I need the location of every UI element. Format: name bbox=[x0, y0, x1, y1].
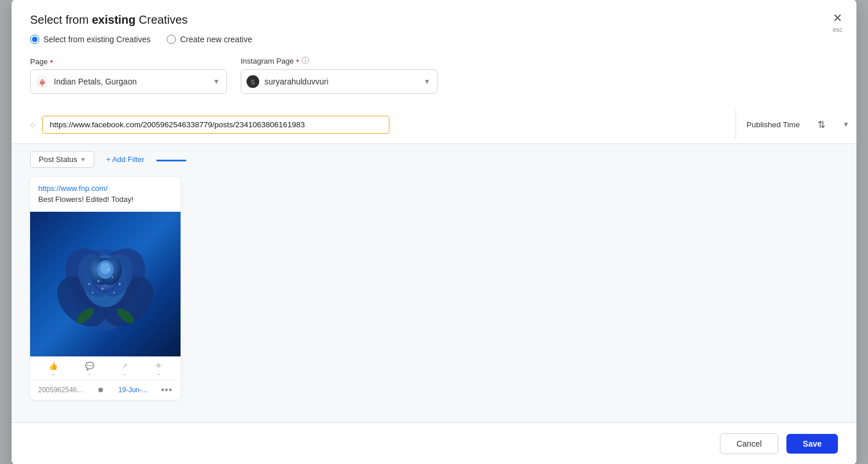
creative-card[interactable]: https://www.fnp.com/ Best Flowers! Edite… bbox=[30, 177, 181, 400]
stat-views: 👁 - bbox=[155, 362, 163, 377]
close-icon: ✕ bbox=[833, 11, 843, 25]
views-icon: 👁 bbox=[155, 362, 163, 370]
views-value: - bbox=[157, 370, 160, 377]
add-filter-label: + Add Filter bbox=[106, 155, 144, 164]
add-filter-button[interactable]: + Add Filter bbox=[100, 152, 150, 167]
stat-shares: ↗ - bbox=[122, 362, 128, 377]
page-dropdown[interactable]: Indian Petals, Gurgaon bbox=[30, 69, 227, 94]
radio-group: Select from existing Creatives Create ne… bbox=[30, 35, 838, 44]
card-description: Best Flowers! Edited! Today! bbox=[38, 195, 172, 204]
sort-icon-button[interactable]: ⇅ bbox=[815, 118, 827, 131]
page-form-group: Page • Indian Petals, Gurgaon ▼ bbox=[30, 57, 227, 94]
title-suffix: Creatives bbox=[135, 13, 187, 26]
card-link[interactable]: https://www.fnp.com/ bbox=[38, 184, 172, 193]
active-dot bbox=[98, 388, 103, 392]
page-label-text: Page bbox=[30, 57, 47, 66]
svg-point-22 bbox=[113, 292, 115, 294]
sort-select-arrow: ▼ bbox=[843, 120, 849, 128]
card-stats-row: 👍 - 💬 - ↗ - 👁 - bbox=[30, 356, 181, 380]
svg-point-18 bbox=[100, 263, 111, 274]
modal-container: Select from existing Creatives Select fr… bbox=[12, 0, 856, 464]
modal-header: Select from existing Creatives Select fr… bbox=[12, 0, 856, 94]
sort-dropdown[interactable]: Published TimeEngagementReach bbox=[746, 120, 811, 129]
page-label: Page • bbox=[30, 57, 227, 66]
radio-new[interactable]: Create new creative bbox=[167, 35, 252, 44]
modal-footer: Cancel Save bbox=[12, 422, 856, 464]
likes-icon: 👍 bbox=[49, 362, 58, 370]
filter-row: Post Status ▼ + Add Filter bbox=[12, 144, 856, 168]
svg-point-19 bbox=[98, 281, 100, 282]
tab-underline bbox=[156, 160, 186, 161]
search-bar-container: ○ Published TimeEngagementReach ▼ ⇅ bbox=[12, 105, 856, 144]
svg-point-20 bbox=[112, 277, 113, 278]
radio-existing-label: Select from existing Creatives bbox=[43, 35, 150, 44]
post-status-chevron: ▼ bbox=[80, 156, 86, 163]
card-id: 2005962546... bbox=[38, 386, 83, 394]
svg-point-21 bbox=[101, 288, 104, 290]
form-row: Page • Indian Petals, Gurgaon ▼ bbox=[30, 56, 838, 94]
svg-point-26 bbox=[89, 283, 90, 285]
instagram-select-wrapper: S suryarahulduvvuri ▼ bbox=[241, 69, 437, 94]
cancel-button[interactable]: Cancel bbox=[720, 433, 779, 454]
card-menu-button[interactable]: ••• bbox=[161, 385, 172, 395]
post-status-filter[interactable]: Post Status ▼ bbox=[30, 151, 94, 168]
card-top: https://www.fnp.com/ Best Flowers! Edite… bbox=[30, 177, 181, 212]
esc-label: esc bbox=[833, 26, 843, 33]
url-search-input[interactable] bbox=[42, 116, 389, 134]
search-icon: ○ bbox=[30, 120, 35, 130]
shares-value: - bbox=[123, 370, 126, 377]
save-button[interactable]: Save bbox=[786, 434, 838, 454]
post-status-label: Post Status bbox=[39, 155, 77, 164]
comments-icon: 💬 bbox=[85, 362, 94, 370]
radio-new-label: Create new creative bbox=[180, 35, 252, 44]
svg-point-23 bbox=[92, 292, 94, 294]
modal-title: Select from existing Creatives bbox=[30, 13, 838, 27]
page-select-wrapper: Indian Petals, Gurgaon ▼ bbox=[30, 69, 227, 94]
title-prefix: Select from bbox=[30, 13, 92, 26]
card-date[interactable]: 19-Jun-... bbox=[119, 386, 148, 394]
sort-dropdown-wrapper: Published TimeEngagementReach ▼ ⇅ bbox=[735, 110, 838, 139]
card-footer: 2005962546... 19-Jun-... ••• bbox=[30, 380, 181, 400]
card-image bbox=[30, 212, 181, 356]
page-required: • bbox=[50, 57, 53, 66]
rose-svg bbox=[47, 226, 163, 342]
content-area: https://www.fnp.com/ Best Flowers! Edite… bbox=[12, 168, 856, 422]
title-bold: existing bbox=[92, 13, 136, 26]
likes-value: - bbox=[52, 370, 54, 377]
shares-icon: ↗ bbox=[122, 362, 128, 370]
radio-existing[interactable]: Select from existing Creatives bbox=[30, 35, 150, 44]
instagram-label-text: Instagram Page bbox=[241, 57, 294, 65]
close-button[interactable]: ✕ esc bbox=[833, 11, 843, 33]
modal-overlay: Select from existing Creatives Select fr… bbox=[0, 0, 868, 464]
instagram-dropdown[interactable]: suryarahulduvvuri bbox=[241, 69, 437, 94]
comments-value: - bbox=[89, 370, 91, 377]
instagram-form-group: Instagram Page • ⓘ S suryarahulduvvuri ▼ bbox=[241, 56, 437, 94]
info-icon: ⓘ bbox=[301, 56, 309, 66]
stat-comments: 💬 - bbox=[85, 362, 94, 377]
svg-point-25 bbox=[119, 283, 120, 285]
instagram-label: Instagram Page • ⓘ bbox=[241, 56, 437, 66]
svg-point-24 bbox=[108, 269, 109, 270]
instagram-required: • bbox=[296, 56, 299, 65]
stat-likes: 👍 - bbox=[49, 362, 58, 377]
